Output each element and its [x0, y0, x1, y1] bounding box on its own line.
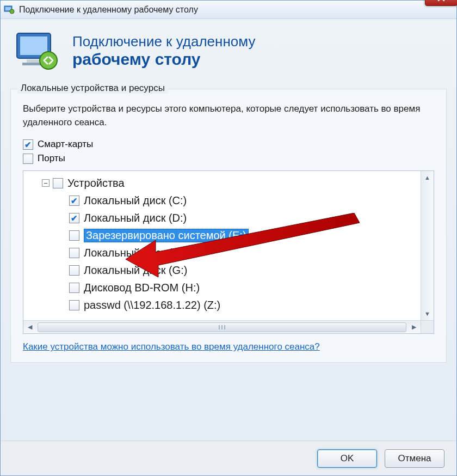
checkbox-icon[interactable] — [69, 196, 79, 206]
tree-label: Дисковод BD-ROM (H:) — [84, 282, 200, 294]
rdp-app-icon — [4, 5, 15, 15]
tree-body[interactable]: − Устройства Локальный диск (C:) Локальн… — [23, 171, 434, 333]
checkbox-icon[interactable] — [23, 139, 33, 150]
checkbox-icon[interactable] — [69, 248, 79, 258]
rdp-header-icon — [14, 29, 63, 72]
tree-label: Локальный диск (F:) — [84, 247, 186, 259]
svg-point-7 — [40, 52, 57, 69]
svg-rect-4 — [20, 36, 47, 55]
window-title: Подключение к удаленному рабочему столу — [19, 5, 198, 15]
checkbox-icon[interactable] — [69, 213, 79, 223]
tree-item-disk-d[interactable]: Локальный диск (D:) — [29, 209, 418, 227]
help-link[interactable]: Какие устройства можно использовать во в… — [23, 341, 434, 352]
tree-root-devices[interactable]: − Устройства — [29, 174, 418, 192]
tree-label: Локальный диск (G:) — [84, 264, 187, 277]
checkbox-smartcards[interactable]: Смарт-карты — [23, 139, 434, 150]
checkbox-icon[interactable] — [23, 154, 33, 164]
svg-rect-5 — [27, 59, 41, 63]
checkbox-label: Смарт-карты — [38, 139, 93, 150]
tree-label: Зарезервировано системой (E:) — [84, 229, 249, 242]
local-resources-group: Локальные устройства и ресурсы Выберите … — [10, 89, 447, 363]
scroll-down-icon[interactable]: ▼ — [421, 307, 434, 320]
tree-label: Локальный диск (D:) — [84, 212, 187, 224]
titlebar[interactable]: Подключение к удаленному рабочему столу — [1, 1, 456, 19]
group-label: Локальные устройства и ресурсы — [17, 83, 168, 94]
dialog-header: Подключение к удаленному рабочему столу — [1, 19, 456, 83]
horizontal-scrollbar[interactable]: ◀ ▶ — [23, 320, 421, 333]
tree-item-disk-g[interactable]: Локальный диск (G:) — [29, 261, 418, 279]
close-button[interactable] — [425, 0, 457, 6]
scroll-right-icon[interactable]: ▶ — [407, 321, 421, 333]
tree-item-network-z[interactable]: passwd (\\192.168.1.22) (Z:) — [29, 296, 418, 314]
dialog-footer: OK Отмена — [1, 441, 456, 475]
cancel-button[interactable]: Отмена — [385, 449, 444, 468]
checkbox-icon[interactable] — [69, 265, 79, 276]
checkbox-label: Порты — [38, 153, 65, 164]
scroll-left-icon[interactable]: ◀ — [23, 321, 36, 333]
scroll-corner — [421, 320, 434, 333]
tree-label: Локальный диск (C:) — [84, 194, 187, 207]
scroll-thumb[interactable] — [38, 322, 406, 332]
ok-button[interactable]: OK — [317, 449, 377, 468]
expander-icon[interactable]: − — [42, 179, 50, 187]
tree-label: Устройства — [67, 177, 125, 190]
header-line1: Подключение к удаленному — [72, 33, 255, 50]
checkbox-icon[interactable] — [69, 230, 79, 241]
checkbox-icon[interactable] — [69, 283, 79, 293]
instruction-text: Выберите устройства и ресурсы этого комп… — [23, 102, 434, 129]
tree-item-disk-c[interactable]: Локальный диск (C:) — [29, 192, 418, 209]
tree-item-system-reserved-e[interactable]: Зарезервировано системой (E:) — [29, 227, 418, 244]
tree-label: passwd (\\192.168.1.22) (Z:) — [84, 299, 220, 312]
vertical-scrollbar[interactable]: ▲ ▼ — [421, 171, 434, 320]
header-line2: рабочему столу — [72, 50, 255, 69]
checkbox-icon[interactable] — [53, 178, 63, 188]
svg-rect-1 — [5, 7, 11, 10]
devices-tree: − Устройства Локальный диск (C:) Локальн… — [23, 170, 434, 334]
checkbox-ports[interactable]: Порты — [23, 153, 434, 164]
tree-item-disk-f[interactable]: Локальный диск (F:) — [29, 244, 418, 261]
scroll-up-icon[interactable]: ▲ — [421, 171, 434, 184]
tree-item-bdrom-h[interactable]: Дисковод BD-ROM (H:) — [29, 279, 418, 296]
header-text: Подключение к удаленному рабочему столу — [72, 33, 255, 69]
checkbox-icon[interactable] — [69, 300, 79, 310]
svg-point-2 — [10, 9, 14, 14]
dialog-window: Подключение к удаленному рабочему столу … — [0, 0, 457, 476]
